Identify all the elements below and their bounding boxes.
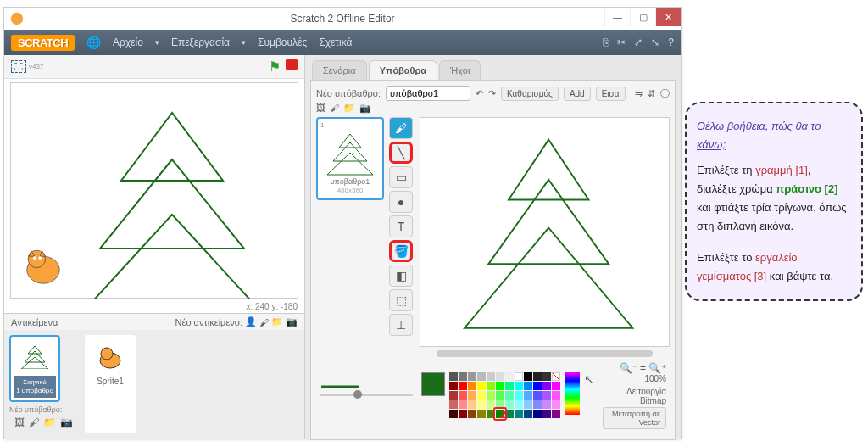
zoom-level: 100% bbox=[603, 374, 666, 383]
clear-button[interactable]: Καθαρισμός bbox=[501, 87, 559, 101]
upload-icon[interactable]: 📁 bbox=[343, 103, 355, 114]
choose-backdrop-icon[interactable]: 🖼 bbox=[316, 103, 326, 114]
zoom-reset-icon[interactable]: = bbox=[640, 362, 646, 374]
fullscreen-icon[interactable]: ⛶ bbox=[11, 60, 26, 73]
redo-icon[interactable]: ↷ bbox=[488, 88, 496, 99]
eraser-tool[interactable]: ◧ bbox=[389, 265, 413, 287]
zoom-in-icon[interactable]: 🔍⁺ bbox=[648, 362, 666, 374]
stage[interactable] bbox=[10, 82, 298, 299]
zoom-out-icon[interactable]: 🔍⁻ bbox=[620, 362, 637, 374]
ellipse-tool[interactable]: ● bbox=[389, 191, 413, 213]
mode-label: Λειτουργία Bitmap bbox=[603, 387, 666, 405]
sprite-from-library-icon[interactable]: 👤 bbox=[245, 316, 257, 327]
svg-marker-19 bbox=[488, 180, 609, 264]
svg-marker-17 bbox=[327, 153, 373, 175]
camera-icon[interactable]: 📷 bbox=[359, 103, 371, 114]
svg-point-8 bbox=[33, 256, 36, 260]
camera-sprite-icon[interactable]: 📷 bbox=[286, 316, 298, 327]
version-label: v437 bbox=[29, 63, 43, 70]
window-title: Scratch 2 Offline Editor bbox=[290, 13, 394, 25]
menu-edit[interactable]: Επεξεργασία bbox=[171, 36, 230, 48]
canvas-scrollbar[interactable] bbox=[437, 350, 653, 357]
import-button[interactable]: Εισα bbox=[596, 87, 626, 101]
svg-marker-10 bbox=[28, 346, 42, 354]
svg-marker-2 bbox=[100, 159, 244, 249]
tab-sounds[interactable]: Ήχοι bbox=[439, 60, 481, 80]
costume-name-input[interactable] bbox=[386, 86, 470, 101]
sprite-area: Σκηνικό1 υπόβαθρο Νέο υπόβαθρο: 🖼 🖌 📁 📷 … bbox=[4, 330, 304, 439]
current-color[interactable] bbox=[421, 372, 445, 396]
menu-file[interactable]: Αρχείο bbox=[113, 36, 143, 48]
paint-sprite-icon[interactable]: 🖌 bbox=[259, 317, 269, 327]
stage-thumbnail[interactable]: Σκηνικό1 υπόβαθρο bbox=[9, 335, 60, 402]
help-icon[interactable]: ? bbox=[668, 36, 674, 48]
new-backdrop-label2: Νέο υπόβαθρο: bbox=[316, 88, 381, 98]
help-callout: Θέλω βοήθεια, πώς θα το κάνω; Επιλέξτε τ… bbox=[685, 102, 863, 301]
tab-scripts[interactable]: Σενάρια bbox=[312, 60, 367, 80]
scratch-logo: SCRATCH bbox=[11, 35, 75, 51]
menu-tips[interactable]: Συμβουλές bbox=[258, 36, 307, 48]
upload-backdrop-icon[interactable]: 📁 bbox=[43, 416, 56, 428]
svg-marker-3 bbox=[79, 215, 265, 299]
maximize-button[interactable]: ▢ bbox=[630, 8, 655, 26]
undo-icon[interactable]: ↶ bbox=[476, 88, 483, 99]
right-panel: Σενάρια Υπόβαθρα Ήχοι Νέο υπόβαθρο: ↶ ↷ … bbox=[305, 55, 681, 439]
help-title: Θέλω βοήθεια, πώς θα το κάνω; bbox=[697, 117, 851, 154]
brush-tool[interactable]: 🖌 bbox=[389, 117, 413, 139]
titlebar: Scratch 2 Offline Editor — ▢ ✕ bbox=[4, 8, 681, 30]
svg-marker-18 bbox=[509, 140, 589, 200]
svg-marker-16 bbox=[333, 142, 367, 161]
eyedropper-icon[interactable]: ↖ bbox=[584, 372, 594, 386]
svg-marker-1 bbox=[121, 113, 223, 181]
app-window: Scratch 2 Offline Editor — ▢ ✕ SCRATCH 🌐… bbox=[3, 7, 682, 439]
svg-point-0 bbox=[11, 13, 23, 25]
duplicate-icon[interactable]: ⎘ bbox=[603, 36, 609, 48]
new-backdrop-label: Νέο υπόβαθρο: bbox=[9, 402, 78, 414]
rectangle-tool[interactable]: ▭ bbox=[389, 166, 413, 188]
left-panel: ⛶ v437 ⚑ bbox=[4, 55, 305, 439]
line-width-slider[interactable] bbox=[320, 394, 413, 409]
stamp-tool[interactable]: ⊥ bbox=[389, 314, 413, 336]
green-flag-icon[interactable]: ⚑ bbox=[269, 59, 281, 75]
tab-backdrops[interactable]: Υπόβαθρα bbox=[369, 60, 437, 80]
paint-new-icon[interactable]: 🖌 bbox=[330, 103, 339, 114]
scratch-cat-sprite[interactable] bbox=[16, 240, 70, 294]
svg-marker-15 bbox=[339, 134, 361, 148]
line-tool[interactable]: ╲1 bbox=[389, 142, 413, 164]
text-tool[interactable]: T bbox=[389, 215, 413, 237]
help-p1: Επιλέξτε τη γραμμή [1], διαλέξτε χρώμα π… bbox=[697, 161, 851, 236]
svg-marker-12 bbox=[21, 357, 48, 369]
close-button[interactable]: ✕ bbox=[655, 8, 681, 26]
help-icon2[interactable]: ⓘ bbox=[660, 87, 670, 100]
costume-thumbnail[interactable]: 1 υπόβαθρο1480x360 bbox=[316, 117, 384, 200]
stage-coords: x: 240 y: -180 bbox=[4, 302, 304, 313]
flip-v-icon[interactable]: ⇵ bbox=[648, 88, 655, 99]
convert-vector-button[interactable]: Μετατροπή σε Vector bbox=[603, 407, 666, 429]
sprite-thumbnail[interactable]: Sprite1 bbox=[85, 335, 136, 433]
cut-icon[interactable]: ✂ bbox=[617, 36, 626, 48]
paint-canvas[interactable] bbox=[420, 117, 670, 347]
minimize-button[interactable]: — bbox=[604, 8, 630, 26]
menu-about[interactable]: Σχετικά bbox=[319, 36, 352, 48]
camera-backdrop-icon[interactable]: 📷 bbox=[60, 416, 73, 428]
help-p2: Επιλέξτε το εργαλείο γεμίσματος [3] και … bbox=[697, 249, 851, 286]
gradient-picker[interactable] bbox=[565, 372, 580, 415]
sprites-label: Αντικείμενα bbox=[11, 317, 58, 327]
svg-point-9 bbox=[38, 256, 42, 260]
shrink-icon[interactable]: ⤡ bbox=[651, 36, 659, 48]
paint-editor: Νέο υπόβαθρο: ↶ ↷ Καθαρισμός Add Εισα ⇋ … bbox=[310, 80, 676, 440]
new-sprite-label: Νέο αντικείμενο: bbox=[175, 317, 242, 327]
add-button[interactable]: Add bbox=[564, 87, 591, 101]
stop-icon[interactable] bbox=[286, 59, 298, 70]
flip-h-icon[interactable]: ⇋ bbox=[635, 88, 643, 99]
grow-icon[interactable]: ⤢ bbox=[634, 36, 643, 48]
select-tool[interactable]: ⬚ bbox=[389, 289, 413, 311]
upload-sprite-icon[interactable]: 📁 bbox=[271, 316, 283, 327]
marker-2: 2 bbox=[500, 408, 506, 421]
paint-backdrop-icon[interactable]: 🖌 bbox=[29, 416, 39, 428]
language-icon[interactable]: 🌐 bbox=[86, 36, 101, 49]
svg-marker-20 bbox=[465, 228, 632, 328]
fill-tool[interactable]: 🪣3 bbox=[389, 240, 413, 262]
no-color-swatch bbox=[552, 372, 560, 381]
backdrop-library-icon[interactable]: 🖼 bbox=[14, 416, 25, 428]
